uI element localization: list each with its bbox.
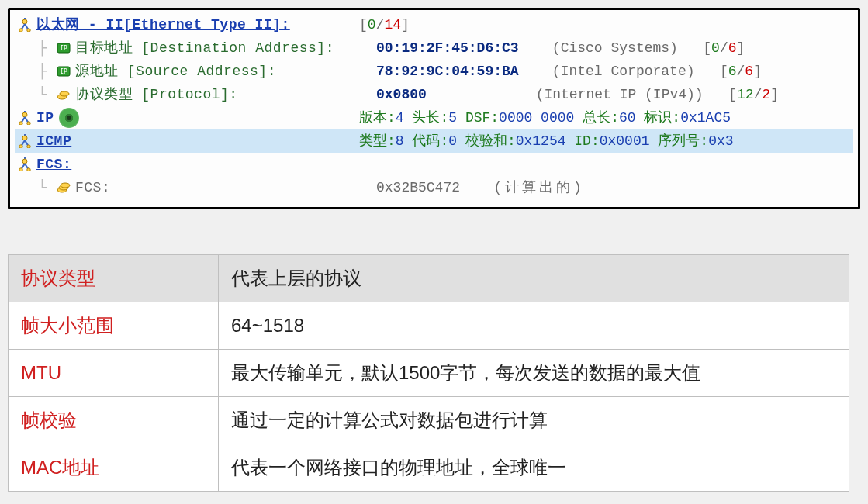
table-row: 帧大小范围 64~1518 — [9, 302, 849, 350]
table-header-value: 代表上层的协议 — [219, 255, 849, 302]
svg-point-29 — [27, 168, 30, 171]
svg-point-25 — [22, 159, 27, 164]
highlight-marker-icon — [59, 108, 79, 128]
protocol-value: 0x0800 — [376, 87, 427, 102]
tree-branch-icon — [16, 129, 33, 154]
tree-node-dest-addr[interactable]: ├ IP 目标地址 [Destination Address]: 00:19:2… — [15, 36, 853, 60]
tree-node-ip[interactable]: IP 版本:4 头长:5 DSF:0000 0000 总长:60 标识:0x1A… — [15, 106, 853, 129]
packet-tree-panel: 以太网 - II[Ethernet Type II]: [0/14] ├ IP … — [8, 8, 860, 209]
fcs-title[interactable]: FCS: — [36, 157, 71, 172]
table-value: 代表一个网络接口的物理地址，全球唯一 — [219, 444, 849, 492]
tree-branch-icon — [16, 13, 33, 37]
svg-point-19 — [22, 136, 27, 140]
table-key: 帧大小范围 — [9, 302, 219, 350]
tree-node-protocol[interactable]: └ 协议类型 [Protocol]: 0x0800 (Internet IP (… — [15, 83, 853, 106]
table-key: MTU — [9, 350, 219, 397]
svg-point-1 — [22, 19, 27, 24]
ip-title[interactable]: IP — [36, 110, 54, 126]
info-table: 协议类型 代表上层的协议 帧大小范围 64~1518 MTU 最大传输单元，默认… — [8, 254, 849, 492]
eth-count-a: 0 — [368, 17, 376, 33]
tree-node-fcs[interactable]: FCS: — [15, 153, 853, 176]
fcs-note: (计算出的) — [493, 180, 585, 195]
svg-point-5 — [27, 29, 30, 32]
protocol-vendor: (Internet IP (IPv4)) — [536, 87, 704, 102]
svg-point-22 — [19, 145, 22, 148]
tree-connector-icon: ├ — [38, 36, 55, 60]
tree-connector-icon: ├ — [38, 60, 55, 84]
eth-count-b: 14 — [384, 17, 401, 33]
tree-node-src-addr[interactable]: ├ IP 源地址 [Source Address]: 78:92:9C:04:5… — [15, 60, 853, 83]
svg-point-28 — [19, 168, 22, 171]
fcs-label: FCS: — [75, 176, 376, 200]
src-addr-label: 源地址 [Source Address]: — [75, 60, 376, 84]
table-header-row: 协议类型 代表上层的协议 — [9, 255, 849, 302]
field-chip-icon: IP — [55, 36, 72, 60]
table-key: 帧校验 — [9, 397, 219, 444]
dest-addr-label: 目标地址 [Destination Address]: — [75, 36, 376, 60]
svg-point-16 — [19, 122, 22, 125]
tree-connector-icon: └ — [38, 176, 55, 200]
ethernet-title[interactable]: 以太网 - II[Ethernet Type II]: — [36, 17, 290, 33]
svg-text:IP: IP — [60, 68, 67, 75]
table-key: MAC地址 — [9, 444, 219, 492]
dest-addr-vendor: (Cisco Systems) — [552, 40, 678, 56]
dest-addr-value: 00:19:2F:45:D6:C3 — [376, 40, 519, 56]
table-value: 64~1518 — [219, 302, 849, 350]
src-addr-vendor: (Intel Corporate) — [552, 64, 695, 79]
table-value: 最大传输单元，默认1500字节，每次发送的数据的最大值 — [219, 350, 849, 397]
src-addr-value: 78:92:9C:04:59:BA — [376, 64, 519, 79]
table-row: MTU 最大传输单元，默认1500字节，每次发送的数据的最大值 — [9, 350, 849, 397]
icmp-title[interactable]: ICMP — [36, 133, 71, 149]
tree-node-fcs-value[interactable]: └ FCS: 0x32B5C472 (计算出的) — [15, 176, 853, 199]
field-stack-icon — [55, 176, 72, 200]
tree-node-icmp[interactable]: ICMP 类型:8 代码:0 校验和:0x1254 ID:0x0001 序列号:… — [15, 129, 853, 153]
field-stack-icon — [55, 83, 72, 107]
svg-point-32 — [61, 183, 70, 188]
table-header-key: 协议类型 — [9, 255, 219, 302]
svg-text:IP: IP — [60, 45, 67, 52]
svg-point-4 — [19, 29, 22, 32]
svg-point-23 — [27, 145, 30, 148]
svg-point-13 — [22, 112, 27, 117]
tree-node-ethernet[interactable]: 以太网 - II[Ethernet Type II]: [0/14] — [15, 13, 853, 36]
field-chip-icon: IP — [55, 60, 72, 84]
protocol-label: 协议类型 [Protocol]: — [75, 83, 376, 107]
tree-branch-icon — [16, 106, 33, 130]
tree-branch-icon — [16, 153, 33, 177]
fcs-value: 0x32B5C472 — [376, 180, 460, 195]
tree-connector-icon: └ — [38, 83, 55, 107]
table-value: 通过一定的计算公式对数据包进行计算 — [219, 397, 849, 444]
svg-point-11 — [60, 91, 69, 96]
svg-point-17 — [27, 122, 30, 125]
table-row: MAC地址 代表一个网络接口的物理地址，全球唯一 — [9, 444, 849, 492]
table-row: 帧校验 通过一定的计算公式对数据包进行计算 — [9, 397, 849, 444]
